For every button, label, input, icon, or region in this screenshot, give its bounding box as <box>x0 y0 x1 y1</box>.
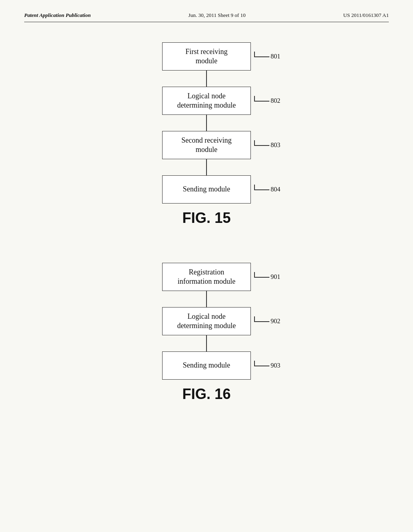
node-901: Registrationinformation module 901 <box>162 263 251 291</box>
label-804: 804 <box>254 186 280 193</box>
connector-901-902 <box>206 291 207 307</box>
header-center: Jun. 30, 2011 Sheet 9 of 10 <box>188 12 246 19</box>
page-header: Patent Application Publication Jun. 30, … <box>24 12 389 22</box>
label-803-text: 803 <box>271 141 280 149</box>
box-901: Registrationinformation module <box>162 263 251 291</box>
connector-802-803 <box>206 115 207 131</box>
node-902: Logical nodedetermining module 902 <box>162 307 251 335</box>
node-903: Sending module 903 <box>162 351 251 380</box>
label-902: 902 <box>254 318 280 325</box>
label-801-text: 801 <box>271 53 280 60</box>
label-902-text: 902 <box>271 318 280 325</box>
label-803: 803 <box>254 141 280 149</box>
connector-801-802 <box>206 71 207 87</box>
box-902: Logical nodedetermining module <box>162 307 251 335</box>
label-901-text: 901 <box>271 273 280 281</box>
page: Patent Application Publication Jun. 30, … <box>0 0 413 532</box>
label-901: 901 <box>254 273 280 281</box>
label-802: 802 <box>254 97 280 104</box>
box-804: Sending module <box>162 175 251 204</box>
connector-902-903 <box>206 335 207 351</box>
label-903: 903 <box>254 362 280 369</box>
label-903-text: 903 <box>271 362 280 369</box>
fig15-title: FIG. 15 <box>182 210 231 227</box>
fig15-flowchart: First receivingmodule 801 Logical nodede… <box>162 42 251 204</box>
fig16-flowchart: Registrationinformation module 901 Logic… <box>162 263 251 380</box>
label-801: 801 <box>254 53 280 60</box>
fig16-title: FIG. 16 <box>182 386 231 403</box>
label-802-text: 802 <box>271 97 280 104</box>
box-903: Sending module <box>162 351 251 380</box>
node-803: Second receivingmodule 803 <box>162 131 251 159</box>
label-804-text: 804 <box>271 186 280 193</box>
node-801: First receivingmodule 801 <box>162 42 251 71</box>
node-802: Logical nodedetermining module 802 <box>162 87 251 115</box>
box-803: Second receivingmodule <box>162 131 251 159</box>
fig16-section: Registrationinformation module 901 Logic… <box>24 263 389 423</box>
connector-803-804 <box>206 159 207 175</box>
box-801: First receivingmodule <box>162 42 251 71</box>
header-right: US 2011/0161307 A1 <box>343 12 389 19</box>
fig15-section: First receivingmodule 801 Logical nodede… <box>24 42 389 247</box>
box-802: Logical nodedetermining module <box>162 87 251 115</box>
node-804: Sending module 804 <box>162 175 251 204</box>
header-left: Patent Application Publication <box>24 12 91 19</box>
